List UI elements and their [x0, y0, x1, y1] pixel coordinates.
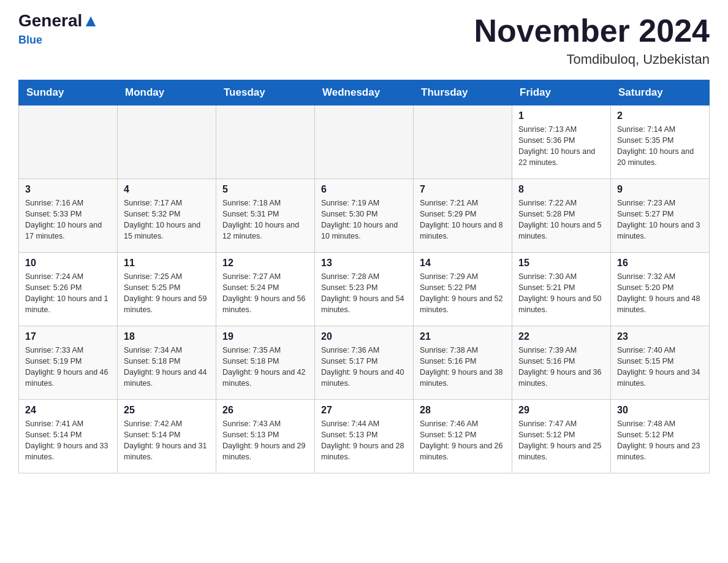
weekday-header: Tuesday — [216, 80, 315, 105]
day-info: Sunrise: 7:44 AMSunset: 5:13 PMDaylight:… — [321, 418, 407, 463]
logo-text: General▲ Blue — [18, 12, 99, 47]
calendar-cell: 28Sunrise: 7:46 AMSunset: 5:12 PMDayligh… — [414, 400, 512, 473]
day-info: Sunrise: 7:48 AMSunset: 5:12 PMDaylight:… — [617, 418, 703, 463]
day-number: 22 — [518, 331, 604, 342]
day-number: 7 — [420, 184, 506, 195]
day-number: 25 — [124, 405, 210, 416]
calendar-cell: 7Sunrise: 7:21 AMSunset: 5:29 PMDaylight… — [414, 179, 512, 253]
day-info: Sunrise: 7:14 AMSunset: 5:35 PMDaylight:… — [617, 124, 703, 169]
day-info: Sunrise: 7:23 AMSunset: 5:27 PMDaylight:… — [617, 197, 703, 242]
day-number: 20 — [321, 331, 407, 342]
weekday-header-row: SundayMondayTuesdayWednesdayThursdayFrid… — [19, 80, 710, 105]
day-info: Sunrise: 7:17 AMSunset: 5:32 PMDaylight:… — [124, 197, 210, 242]
day-number: 30 — [617, 405, 703, 416]
day-number: 12 — [222, 258, 308, 269]
calendar-cell: 12Sunrise: 7:27 AMSunset: 5:24 PMDayligh… — [216, 253, 315, 326]
day-info: Sunrise: 7:16 AMSunset: 5:33 PMDaylight:… — [25, 197, 111, 242]
day-number: 17 — [25, 331, 111, 342]
day-info: Sunrise: 7:28 AMSunset: 5:23 PMDaylight:… — [321, 271, 407, 316]
day-info: Sunrise: 7:36 AMSunset: 5:17 PMDaylight:… — [321, 345, 407, 389]
day-number: 8 — [518, 184, 604, 195]
day-number: 11 — [124, 258, 210, 269]
calendar-cell: 23Sunrise: 7:40 AMSunset: 5:15 PMDayligh… — [611, 326, 710, 400]
weekday-header: Monday — [118, 80, 216, 105]
calendar-cell — [414, 105, 512, 179]
day-info: Sunrise: 7:34 AMSunset: 5:18 PMDaylight:… — [124, 345, 210, 389]
day-info: Sunrise: 7:27 AMSunset: 5:24 PMDaylight:… — [222, 271, 308, 316]
day-number: 4 — [124, 184, 210, 195]
day-info: Sunrise: 7:46 AMSunset: 5:12 PMDaylight:… — [420, 418, 506, 463]
calendar-cell: 6Sunrise: 7:19 AMSunset: 5:30 PMDaylight… — [315, 179, 414, 253]
day-info: Sunrise: 7:35 AMSunset: 5:18 PMDaylight:… — [222, 345, 308, 389]
calendar-cell — [315, 105, 414, 179]
calendar-week-row: 10Sunrise: 7:24 AMSunset: 5:26 PMDayligh… — [19, 253, 710, 326]
calendar-cell: 22Sunrise: 7:39 AMSunset: 5:16 PMDayligh… — [512, 326, 611, 400]
day-number: 26 — [222, 405, 308, 416]
day-number: 5 — [222, 184, 308, 195]
calendar-cell: 26Sunrise: 7:43 AMSunset: 5:13 PMDayligh… — [216, 400, 315, 473]
weekday-header: Thursday — [414, 80, 512, 105]
calendar-cell: 24Sunrise: 7:41 AMSunset: 5:14 PMDayligh… — [19, 400, 118, 473]
day-info: Sunrise: 7:30 AMSunset: 5:21 PMDaylight:… — [518, 271, 604, 316]
day-info: Sunrise: 7:19 AMSunset: 5:30 PMDaylight:… — [321, 197, 407, 242]
day-info: Sunrise: 7:25 AMSunset: 5:25 PMDaylight:… — [124, 271, 210, 316]
page-title: November 2024 — [474, 12, 710, 49]
title-block: November 2024 Tomdibuloq, Uzbekistan — [474, 12, 710, 67]
day-number: 13 — [321, 258, 407, 269]
day-info: Sunrise: 7:29 AMSunset: 5:22 PMDaylight:… — [420, 271, 506, 316]
calendar-cell: 9Sunrise: 7:23 AMSunset: 5:27 PMDaylight… — [611, 179, 710, 253]
calendar-cell: 25Sunrise: 7:42 AMSunset: 5:14 PMDayligh… — [118, 400, 216, 473]
calendar-cell: 15Sunrise: 7:30 AMSunset: 5:21 PMDayligh… — [512, 253, 611, 326]
day-info: Sunrise: 7:21 AMSunset: 5:29 PMDaylight:… — [420, 197, 506, 242]
calendar-cell: 10Sunrise: 7:24 AMSunset: 5:26 PMDayligh… — [19, 253, 118, 326]
day-number: 1 — [518, 110, 604, 121]
weekday-header: Saturday — [611, 80, 710, 105]
calendar-cell: 17Sunrise: 7:33 AMSunset: 5:19 PMDayligh… — [19, 326, 118, 400]
calendar-cell: 30Sunrise: 7:48 AMSunset: 5:12 PMDayligh… — [611, 400, 710, 473]
calendar-table: SundayMondayTuesdayWednesdayThursdayFrid… — [18, 80, 710, 473]
calendar-cell: 14Sunrise: 7:29 AMSunset: 5:22 PMDayligh… — [414, 253, 512, 326]
weekday-header: Wednesday — [315, 80, 414, 105]
day-number: 27 — [321, 405, 407, 416]
day-number: 2 — [617, 110, 703, 121]
day-number: 15 — [518, 258, 604, 269]
logo-blue: Blue — [18, 34, 42, 46]
calendar-week-row: 3Sunrise: 7:16 AMSunset: 5:33 PMDaylight… — [19, 179, 710, 253]
calendar-cell: 13Sunrise: 7:28 AMSunset: 5:23 PMDayligh… — [315, 253, 414, 326]
day-info: Sunrise: 7:18 AMSunset: 5:31 PMDaylight:… — [222, 197, 308, 242]
calendar-cell — [118, 105, 216, 179]
calendar-cell — [216, 105, 315, 179]
calendar-cell: 2Sunrise: 7:14 AMSunset: 5:35 PMDaylight… — [611, 105, 710, 179]
day-info: Sunrise: 7:38 AMSunset: 5:16 PMDaylight:… — [420, 345, 506, 389]
day-number: 19 — [222, 331, 308, 342]
day-number: 6 — [321, 184, 407, 195]
day-info: Sunrise: 7:39 AMSunset: 5:16 PMDaylight:… — [518, 345, 604, 389]
day-number: 24 — [25, 405, 111, 416]
calendar-week-row: 17Sunrise: 7:33 AMSunset: 5:19 PMDayligh… — [19, 326, 710, 400]
day-info: Sunrise: 7:13 AMSunset: 5:36 PMDaylight:… — [518, 124, 604, 169]
day-number: 28 — [420, 405, 506, 416]
calendar-cell — [19, 105, 118, 179]
weekday-header: Friday — [512, 80, 611, 105]
weekday-header: Sunday — [19, 80, 118, 105]
calendar-cell: 16Sunrise: 7:32 AMSunset: 5:20 PMDayligh… — [611, 253, 710, 326]
calendar-cell: 29Sunrise: 7:47 AMSunset: 5:12 PMDayligh… — [512, 400, 611, 473]
page-header: General▲ Blue November 2024 Tomdibuloq, … — [18, 12, 710, 67]
day-info: Sunrise: 7:22 AMSunset: 5:28 PMDaylight:… — [518, 197, 604, 242]
day-number: 23 — [617, 331, 703, 342]
day-info: Sunrise: 7:41 AMSunset: 5:14 PMDaylight:… — [25, 418, 111, 463]
calendar-cell: 20Sunrise: 7:36 AMSunset: 5:17 PMDayligh… — [315, 326, 414, 400]
day-number: 18 — [124, 331, 210, 342]
calendar-cell: 21Sunrise: 7:38 AMSunset: 5:16 PMDayligh… — [414, 326, 512, 400]
calendar-cell: 3Sunrise: 7:16 AMSunset: 5:33 PMDaylight… — [19, 179, 118, 253]
calendar-cell: 19Sunrise: 7:35 AMSunset: 5:18 PMDayligh… — [216, 326, 315, 400]
day-number: 16 — [617, 258, 703, 269]
day-number: 9 — [617, 184, 703, 195]
calendar-cell: 4Sunrise: 7:17 AMSunset: 5:32 PMDaylight… — [118, 179, 216, 253]
day-info: Sunrise: 7:42 AMSunset: 5:14 PMDaylight:… — [124, 418, 210, 463]
day-number: 3 — [25, 184, 111, 195]
day-info: Sunrise: 7:33 AMSunset: 5:19 PMDaylight:… — [25, 345, 111, 389]
day-info: Sunrise: 7:43 AMSunset: 5:13 PMDaylight:… — [222, 418, 308, 463]
page-subtitle: Tomdibuloq, Uzbekistan — [474, 52, 710, 67]
calendar-cell: 18Sunrise: 7:34 AMSunset: 5:18 PMDayligh… — [118, 326, 216, 400]
